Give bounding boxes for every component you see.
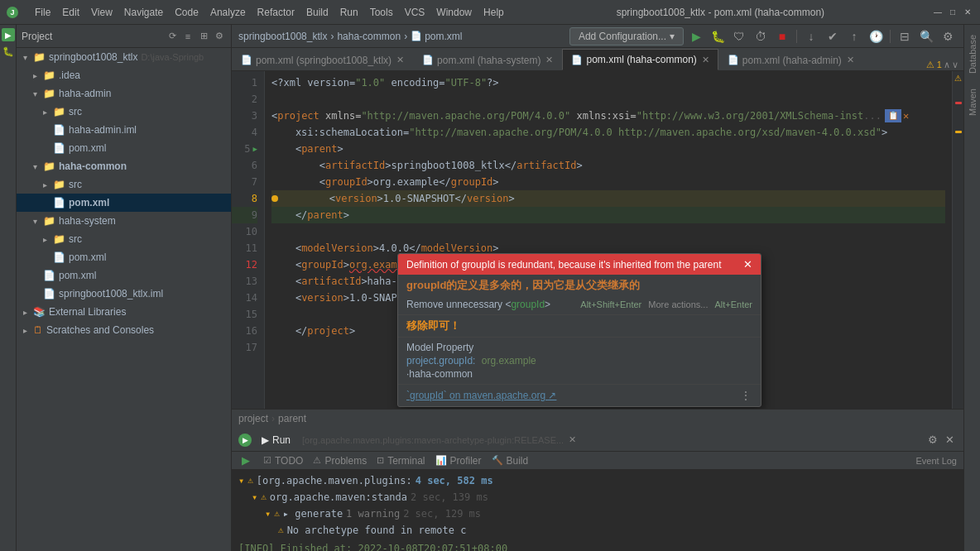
tab-pom-haha-admin[interactable]: 📄 pom.xml (haha-admin) ✕ [718, 49, 863, 70]
run-warning-count-3: 1 warning [346, 506, 400, 521]
tab-icon-3: 📄 [571, 55, 583, 65]
tree-item-scratches[interactable]: ▸ 🗒 Scratches and Consoles [17, 321, 231, 339]
project-sync-icon[interactable]: ⟳ [166, 30, 179, 43]
stop-button[interactable]: ■ [773, 27, 791, 46]
bottom-panel: ▶ ▶ Run [org.apache.maven.plugins:maven-… [232, 427, 963, 551]
secondary-tab-profiler[interactable]: 📊 Profiler [435, 455, 482, 467]
tree-item-root-iml[interactable]: 📄 springboot1008_ktlx.iml [17, 285, 231, 303]
tree-label-src2: src [69, 179, 82, 190]
breadcrumb-item-project[interactable]: project [238, 413, 268, 424]
secondary-tab-problems[interactable]: ⚠ Problems [313, 455, 367, 467]
tree-item-haha-admin-src[interactable]: ▸ 📁 src [17, 103, 231, 121]
tooltip-close-btn[interactable]: ✕ [743, 258, 752, 271]
tab-pom-springboot[interactable]: 📄 pom.xml (springboot1008_ktlx) ✕ [232, 49, 413, 70]
tab-close-1[interactable]: ✕ [396, 55, 404, 65]
right-panel-maven[interactable]: Maven [966, 82, 979, 122]
minimize-btn[interactable]: — [932, 7, 944, 18]
tree-item-haha-admin-iml[interactable]: 📄 haha-admin.iml [17, 121, 231, 139]
debug-icon[interactable]: 🐛 [2, 46, 15, 60]
tab-nav-down[interactable]: ∨ [952, 60, 958, 70]
add-configuration-button[interactable]: Add Configuration... ▾ [569, 27, 684, 46]
menu-view[interactable]: View [86, 5, 118, 20]
tree-item-haha-admin-pom[interactable]: 📄 pom.xml [17, 139, 231, 157]
close-btn-line3[interactable]: ✕ [903, 108, 909, 124]
secondary-tab-build[interactable]: 🔨 Build [492, 455, 529, 467]
tab-close-3[interactable]: ✕ [702, 55, 709, 65]
menu-edit[interactable]: Edit [57, 5, 84, 20]
tree-item-haha-system-src[interactable]: ▸ 📁 src [17, 230, 231, 248]
tree-item-root[interactable]: ▾ 📁 springboot1008_ktlx D:\java-Springb [17, 48, 231, 66]
code-line-10 [271, 223, 945, 240]
tree-item-haha-common-src[interactable]: ▸ 📁 src [17, 175, 231, 194]
run-file-label: [org.apache.maven.plugins:maven-archetyp… [302, 435, 564, 445]
git-update-icon[interactable]: ↓ [802, 27, 820, 46]
git-commit-icon[interactable]: ✔ [824, 27, 842, 46]
tree-item-external-libs[interactable]: ▸ 📚 External Libraries [17, 303, 231, 321]
project-expand-icon[interactable]: ⊞ [197, 30, 210, 43]
tooltip-more-btn[interactable]: ⋮ [739, 389, 752, 402]
tree-item-idea[interactable]: ▸ 📁 .idea [17, 66, 231, 84]
tree-label-haha-system: haha-system [59, 215, 116, 227]
menu-window[interactable]: Window [431, 5, 477, 20]
coverage-button[interactable]: 🛡 [730, 27, 748, 46]
tab-pom-haha-system[interactable]: 📄 pom.xml (haha-system) ✕ [413, 49, 562, 70]
project-settings-icon[interactable]: ⚙ [213, 30, 226, 43]
debug-toolbar-button[interactable]: 🐛 [709, 27, 727, 46]
tree-item-haha-common-pom[interactable]: 📄 pom.xml [17, 194, 231, 212]
bottom-tab-run[interactable]: ▶ Run [255, 433, 297, 448]
fold-btn-3[interactable]: 📋 [885, 109, 901, 122]
event-log-link[interactable]: Event Log [915, 456, 957, 466]
tab-nav-up[interactable]: ∧ [944, 60, 950, 70]
structure-icon[interactable]: ⊟ [896, 27, 914, 46]
run-tab-close[interactable]: ✕ [569, 434, 576, 445]
window-controls: — □ ✕ [932, 7, 973, 18]
tooltip-action-remove[interactable]: Remove unnecessary <groupId> Alt+Shift+E… [398, 295, 761, 315]
menu-build[interactable]: Build [301, 5, 334, 20]
xml-icon-4: 📄 [43, 270, 55, 281]
close-btn[interactable]: ✕ [962, 7, 973, 18]
tree-item-haha-system-pom[interactable]: 📄 pom.xml [17, 248, 231, 266]
breadcrumb-item-parent[interactable]: parent [278, 413, 306, 424]
bottom-run-btn[interactable]: ▶ [238, 453, 253, 468]
tree-item-haha-common[interactable]: ▾ 📁 haha-common [17, 157, 231, 175]
tree-arrow-haha-system: ▾ [33, 217, 43, 226]
menu-code[interactable]: Code [170, 5, 204, 20]
tooltip-more-actions-label[interactable]: More actions... [648, 299, 708, 309]
tab-close-4[interactable]: ✕ [847, 55, 854, 65]
secondary-tab-todo[interactable]: ☑ TODO [263, 455, 303, 467]
tree-arrow-haha-system-src: ▸ [43, 235, 53, 244]
bottom-close-btn[interactable]: ✕ [942, 433, 957, 448]
project-sort-icon[interactable]: ≡ [181, 30, 195, 43]
tooltip-maven-link[interactable]: `groupId` on maven.apache.org ↗ [406, 390, 556, 401]
tree-item-haha-system[interactable]: ▾ 📁 haha-system [17, 212, 231, 230]
run-warning-icon-3: ▾ [265, 506, 271, 521]
secondary-tab-terminal[interactable]: ⊡ Terminal [377, 455, 425, 467]
menu-refactor[interactable]: Refactor [252, 5, 300, 20]
menu-tools[interactable]: Tools [365, 5, 398, 20]
tree-item-root-pom[interactable]: 📄 pom.xml [17, 266, 231, 285]
menu-navigate[interactable]: Navigate [119, 5, 168, 20]
tree-item-haha-admin[interactable]: ▾ 📁 haha-admin [17, 84, 231, 103]
menu-analyze[interactable]: Analyze [205, 5, 251, 20]
run-warn-4: ⚠ [278, 523, 284, 538]
bookmark-icon[interactable]: 🔍 [917, 27, 935, 46]
run-icon[interactable]: ▶ [2, 28, 15, 41]
menu-help[interactable]: Help [478, 5, 509, 20]
git-history-icon[interactable]: 🕐 [867, 27, 885, 46]
tab-close-2[interactable]: ✕ [545, 55, 553, 65]
tree-label-root-pom: pom.xml [59, 270, 96, 281]
menu-file[interactable]: File [30, 5, 55, 20]
run-play-btn[interactable]: ▶ [238, 434, 252, 447]
bottom-right-controls: ⚙ ✕ [925, 433, 957, 448]
menu-vcs[interactable]: VCS [400, 5, 430, 20]
code-line-6: <artifactId>springboot1008_ktlx</artifac… [271, 157, 945, 174]
menu-run[interactable]: Run [335, 5, 363, 20]
run-button[interactable]: ▶ [687, 27, 705, 46]
profile-button[interactable]: ⏱ [752, 27, 770, 46]
bottom-settings-btn[interactable]: ⚙ [925, 433, 940, 448]
right-panel-database[interactable]: Database [966, 28, 979, 80]
settings-icon[interactable]: ⚙ [939, 27, 957, 46]
maximize-btn[interactable]: □ [947, 7, 958, 18]
tab-pom-haha-common[interactable]: 📄 pom.xml (haha-common) ✕ [562, 49, 718, 70]
git-push-icon[interactable]: ↑ [845, 27, 863, 46]
